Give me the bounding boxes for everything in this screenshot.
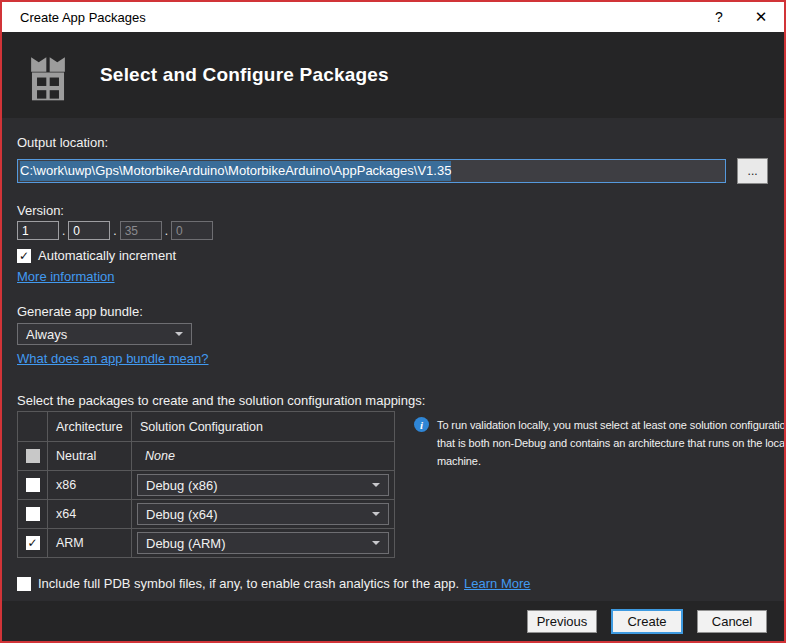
version-separator: . bbox=[113, 224, 116, 238]
chevron-down-icon bbox=[372, 512, 380, 516]
package-checkbox[interactable] bbox=[26, 478, 40, 492]
configuration-none-value: None bbox=[137, 449, 175, 463]
table-row: NeutralNone bbox=[18, 442, 395, 471]
dialog-footer: Previous Create Cancel bbox=[2, 601, 784, 641]
table-row: x64Debug (x64) bbox=[18, 500, 395, 529]
bundle-help-link[interactable]: What does an app bundle mean? bbox=[17, 351, 209, 366]
configuration-dropdown[interactable]: Debug (x64) bbox=[137, 503, 389, 525]
pdb-label: Include full PDB symbol files, if any, t… bbox=[38, 576, 531, 591]
pdb-checkbox[interactable] bbox=[17, 577, 31, 591]
packages-label: Select the packages to create and the so… bbox=[17, 393, 768, 408]
packages-table-body: NeutralNonex86Debug (x86)x64Debug (x64)✓… bbox=[18, 442, 395, 558]
package-checkbox[interactable]: ✓ bbox=[26, 536, 40, 550]
package-checkbox-cell bbox=[18, 442, 48, 471]
version-separator: . bbox=[165, 224, 168, 238]
browse-button[interactable]: ... bbox=[737, 158, 768, 184]
architecture-cell: Neutral bbox=[48, 442, 132, 471]
validation-info: i To run validation locally, you must se… bbox=[414, 411, 784, 470]
pdb-row: Include full PDB symbol files, if any, t… bbox=[17, 576, 768, 591]
chevron-down-icon bbox=[372, 483, 380, 487]
configuration-cell: None bbox=[132, 442, 395, 471]
chevron-down-icon bbox=[175, 332, 183, 336]
output-location-value: C:\work\uwp\Gps\MotorbikeArduino\Motorbi… bbox=[20, 161, 451, 181]
version-minor-input[interactable] bbox=[68, 221, 110, 240]
cancel-button[interactable]: Cancel bbox=[697, 610, 767, 633]
table-header-row: Architecture Solution Configuration bbox=[18, 412, 395, 442]
configuration-selected-value: Debug (ARM) bbox=[146, 536, 225, 551]
version-row: . . . bbox=[17, 221, 768, 240]
version-separator: . bbox=[62, 224, 65, 238]
wizard-header: Select and Configure Packages bbox=[2, 32, 784, 118]
packages-table: Architecture Solution Configuration Neut… bbox=[17, 411, 395, 558]
info-icon: i bbox=[414, 417, 429, 432]
create-button[interactable]: Create bbox=[612, 610, 682, 633]
package-checkbox-cell bbox=[18, 471, 48, 500]
package-checkbox[interactable] bbox=[26, 507, 40, 521]
configuration-cell: Debug (ARM) bbox=[132, 529, 395, 558]
auto-increment-label: Automatically increment bbox=[38, 248, 176, 263]
validation-info-text: To run validation locally, you must sele… bbox=[437, 416, 784, 470]
bundle-dropdown[interactable]: Always bbox=[17, 323, 192, 345]
package-checkbox-cell: ✓ bbox=[18, 529, 48, 558]
version-label: Version: bbox=[17, 203, 768, 218]
close-icon[interactable]: ✕ bbox=[746, 8, 776, 26]
chevron-down-icon bbox=[372, 541, 380, 545]
learn-more-link[interactable]: Learn More bbox=[464, 576, 530, 591]
package-icon bbox=[21, 48, 75, 102]
titlebar: Create App Packages ? ✕ bbox=[2, 2, 784, 32]
package-checkbox-cell bbox=[18, 500, 48, 529]
version-build-input[interactable] bbox=[120, 221, 162, 240]
packages-section: Architecture Solution Configuration Neut… bbox=[17, 411, 768, 558]
create-app-packages-dialog: Create App Packages ? ✕ Select and Confi… bbox=[0, 0, 786, 643]
auto-increment-row: ✓ Automatically increment bbox=[17, 248, 768, 263]
table-row: ✓ARMDebug (ARM) bbox=[18, 529, 395, 558]
architecture-cell: x64 bbox=[48, 500, 132, 529]
architecture-column-header: Architecture bbox=[48, 412, 132, 442]
configuration-cell: Debug (x64) bbox=[132, 500, 395, 529]
architecture-cell: ARM bbox=[48, 529, 132, 558]
configuration-selected-value: Debug (x64) bbox=[146, 507, 218, 522]
table-row: x86Debug (x86) bbox=[18, 471, 395, 500]
previous-button[interactable]: Previous bbox=[527, 610, 597, 633]
output-location-label: Output location: bbox=[17, 135, 768, 150]
version-revision-input[interactable] bbox=[171, 221, 213, 240]
window-title: Create App Packages bbox=[20, 10, 704, 25]
configuration-dropdown[interactable]: Debug (ARM) bbox=[137, 532, 389, 554]
bundle-label: Generate app bundle: bbox=[17, 304, 768, 319]
configuration-dropdown[interactable]: Debug (x86) bbox=[137, 474, 389, 496]
dialog-body: Output location: C:\work\uwp\Gps\Motorbi… bbox=[2, 118, 784, 601]
configuration-selected-value: Debug (x86) bbox=[146, 478, 218, 493]
help-icon[interactable]: ? bbox=[704, 9, 734, 25]
output-location-input[interactable]: C:\work\uwp\Gps\MotorbikeArduino\Motorbi… bbox=[17, 159, 726, 183]
package-checkbox bbox=[26, 449, 40, 463]
page-title: Select and Configure Packages bbox=[100, 64, 389, 86]
bundle-selected-value: Always bbox=[26, 327, 67, 342]
solution-configuration-column-header: Solution Configuration bbox=[132, 412, 395, 442]
auto-increment-checkbox[interactable]: ✓ bbox=[17, 249, 31, 263]
more-information-link[interactable]: More information bbox=[17, 269, 115, 284]
architecture-cell: x86 bbox=[48, 471, 132, 500]
checkbox-column-header bbox=[18, 412, 48, 442]
configuration-cell: Debug (x86) bbox=[132, 471, 395, 500]
version-major-input[interactable] bbox=[17, 221, 59, 240]
output-location-row: C:\work\uwp\Gps\MotorbikeArduino\Motorbi… bbox=[17, 158, 768, 184]
